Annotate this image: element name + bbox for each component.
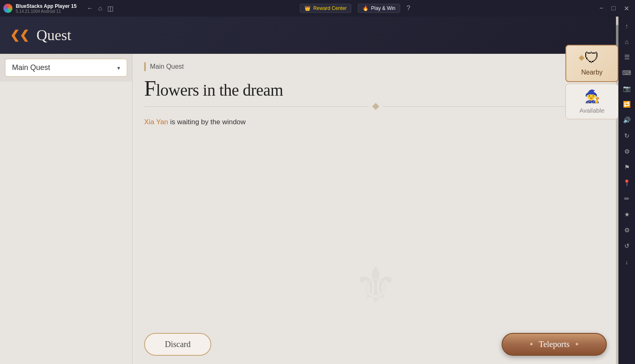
home-nav-button[interactable]: ⌂: [98, 5, 102, 12]
close-button[interactable]: ✕: [621, 4, 632, 13]
minimize-button[interactable]: −: [597, 4, 606, 13]
tool-screenshot[interactable]: 📷: [619, 81, 634, 96]
help-button[interactable]: ?: [407, 5, 410, 12]
back-icon[interactable]: ❮❮: [10, 28, 29, 42]
play-win-button[interactable]: 🔥 Play & Win: [358, 4, 400, 13]
teleports-decor-left-icon: ✦: [529, 341, 534, 348]
available-label: Available: [579, 107, 605, 114]
tool-home[interactable]: ⌂: [619, 34, 634, 49]
maximize-button[interactable]: □: [609, 4, 618, 13]
tool-flag[interactable]: ⚑: [619, 160, 634, 175]
bottom-buttons: Discard ✦ Teleports ✦: [144, 333, 607, 356]
tool-settings-2[interactable]: ⚙: [619, 223, 634, 238]
app-info: BlueStacks App Player 15 5.14.21.1004 An…: [16, 3, 77, 14]
divider-diamond-icon: [372, 103, 379, 110]
description-text: is waiting by the window: [168, 118, 246, 126]
menu-nav-button[interactable]: ◫: [107, 5, 113, 12]
title-bar-center: 👑 Reward Center 🔥 Play & Win ?: [300, 4, 410, 13]
crown-icon: 👑: [304, 5, 311, 11]
reward-center-button[interactable]: 👑 Reward Center: [300, 4, 351, 13]
nearby-shield-icon: 🛡: [584, 51, 599, 65]
tool-menu[interactable]: ☰: [619, 50, 634, 65]
tool-settings-1[interactable]: ⚙: [619, 144, 634, 159]
tool-keyboard[interactable]: ⌨: [619, 65, 634, 80]
nearby-card[interactable]: 🛡 Nearby: [565, 45, 618, 82]
teleports-label: Teleports: [539, 340, 570, 349]
section-label-row: Main Quest: [144, 62, 607, 71]
teleports-decor-right-icon: ✦: [575, 341, 579, 348]
quest-header: ❮❮ Quest: [0, 17, 618, 54]
quest-description: Xia Yan is waiting by the window: [144, 116, 607, 128]
teleports-button[interactable]: ✦ Teleports ✦: [502, 333, 607, 356]
title-bar: BlueStacks App Player 15 5.14.21.1004 An…: [0, 0, 635, 17]
quest-title: Quest: [36, 27, 71, 44]
tool-location[interactable]: 📍: [619, 176, 634, 190]
quest-type-label: Main Quest: [12, 63, 50, 72]
quest-name-rest: lowers in the dream: [156, 81, 283, 99]
fire-icon: 🔥: [362, 5, 369, 11]
app-version: 5.14.21.1004 Android 11: [16, 9, 77, 14]
tool-rotate[interactable]: ↻: [619, 128, 634, 143]
available-card[interactable]: 🧙 Available: [565, 84, 618, 119]
section-bar: [144, 62, 146, 71]
npc-name: Xia Yan: [144, 118, 168, 126]
nearby-label: Nearby: [581, 69, 603, 76]
tool-scroll-up[interactable]: ↑: [619, 18, 634, 33]
back-nav-button[interactable]: ←: [87, 5, 93, 12]
nearby-panel: 🛡 Nearby 🧙 Available: [565, 17, 618, 119]
tool-refresh[interactable]: ↺: [619, 239, 634, 253]
quest-divider: [144, 104, 607, 109]
nearby-diamond-indicator: [579, 55, 584, 61]
tool-edit[interactable]: ✏: [619, 191, 634, 206]
app-name: BlueStacks App Player 15: [16, 3, 77, 9]
main-area: ❮❮ Quest Main Quest ▾ Main Quest Flowers…: [0, 17, 618, 364]
quest-name: Flowers in the dream: [144, 76, 607, 101]
available-npc-icon: 🧙: [584, 89, 600, 104]
right-panel: Main Quest Flowers in the dream Xia Yan …: [133, 54, 618, 364]
quest-type-selector[interactable]: Main Quest ▾: [5, 59, 127, 77]
nav-buttons: ← ⌂ ◫: [87, 5, 113, 12]
discard-button[interactable]: Discard: [144, 333, 211, 356]
tool-sidebar: ↑ ⌂ ☰ ⌨ 📷 🔁 🔊 ↻ ⚙ ⚑ 📍 ✏ ★ ⚙ ↺ ↓: [618, 17, 635, 364]
section-text: Main Quest: [150, 63, 184, 70]
title-bar-left: BlueStacks App Player 15 5.14.21.1004 An…: [3, 3, 113, 14]
dropdown-arrow-icon: ▾: [117, 65, 120, 71]
quest-watermark: ⚜: [353, 256, 398, 314]
divider-line-left: [144, 106, 368, 107]
left-panel: Main Quest ▾: [0, 54, 133, 364]
play-win-label: Play & Win: [371, 5, 396, 11]
quest-list: [0, 82, 132, 364]
bluestacks-logo: [3, 4, 12, 13]
tool-camera-flip[interactable]: 🔁: [619, 97, 634, 112]
quest-name-first-letter: F: [144, 77, 156, 100]
tool-scroll-down[interactable]: ↓: [619, 254, 634, 269]
quest-body: Main Quest ▾ Main Quest Flowers in the d…: [0, 54, 618, 364]
reward-center-label: Reward Center: [313, 5, 347, 11]
tool-volume[interactable]: 🔊: [619, 113, 634, 128]
window-controls: − □ ✕: [597, 4, 632, 13]
tool-star[interactable]: ★: [619, 207, 634, 222]
